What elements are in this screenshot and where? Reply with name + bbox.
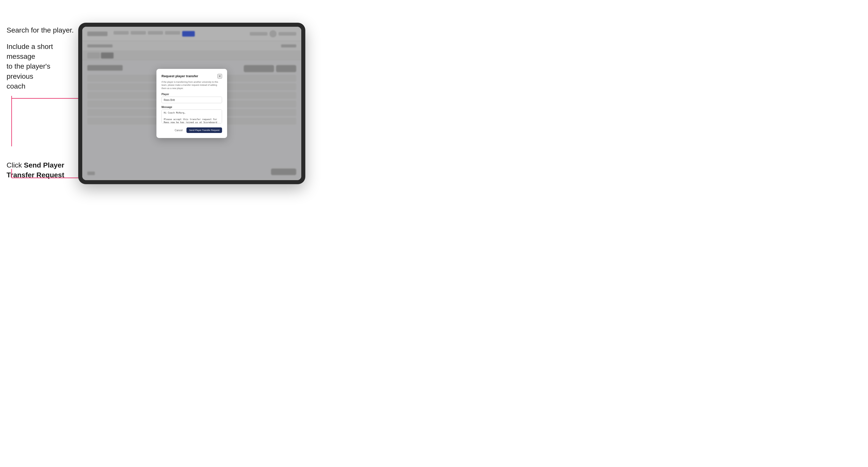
modal-header: Request player transfer ✕ <box>161 74 222 79</box>
player-label: Player <box>161 93 222 96</box>
message-textarea[interactable]: Hi Coach McHarg, Please accept this tran… <box>161 110 222 123</box>
send-transfer-button[interactable]: Send Player Transfer Request <box>186 127 222 133</box>
modal-footer: Cancel Send Player Transfer Request <box>161 127 222 133</box>
message-label: Message <box>161 106 222 108</box>
tablet-screen: Request player transfer ✕ If the player … <box>82 27 301 180</box>
cancel-button[interactable]: Cancel <box>173 128 184 133</box>
player-input[interactable] <box>161 97 222 103</box>
tablet-device: Request player transfer ✕ If the player … <box>78 23 305 184</box>
modal-description: If the player is transferring from anoth… <box>161 81 222 90</box>
annotation-click: Click Send Player Transfer Request <box>6 160 72 180</box>
modal-overlay: Request player transfer ✕ If the player … <box>82 27 301 180</box>
modal-title: Request player transfer <box>161 74 198 78</box>
annotation-message: Include a short messageto the player's p… <box>6 42 72 91</box>
request-transfer-modal: Request player transfer ✕ If the player … <box>156 69 227 138</box>
annotation-search: Search for the player. <box>6 25 74 35</box>
modal-close-button[interactable]: ✕ <box>217 74 222 79</box>
